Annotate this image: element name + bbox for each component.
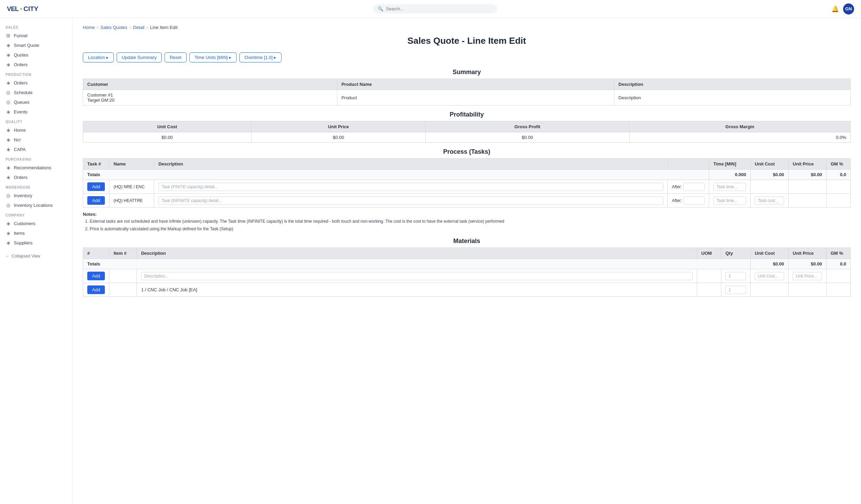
collapsed-view-button[interactable]: ← Collapsed View	[0, 250, 72, 262]
mat-row1-add-button[interactable]: Add	[87, 272, 105, 280]
sidebar-item-items[interactable]: ◈Items	[0, 228, 72, 238]
profit-col-unit-price: Unit Price	[251, 121, 426, 132]
sidebar-icon: ◎	[6, 202, 11, 208]
mat-col-gm: GM %	[827, 248, 851, 259]
mat-row1-gm	[827, 269, 851, 283]
task-row1-time-input[interactable]	[713, 183, 746, 191]
sidebar-section-production: PRODUCTION	[0, 69, 72, 78]
mat-row1-desc	[137, 269, 697, 283]
mat-col-qty: Qty	[721, 248, 751, 259]
task-row2-desc-input[interactable]	[158, 196, 663, 205]
mat-row1-cost-input[interactable]	[755, 272, 784, 280]
sidebar-item-label: Events	[14, 109, 28, 114]
sidebar-item-queues[interactable]: ◎Queues	[0, 97, 72, 107]
sidebar-item-funnel[interactable]: ⊞Funnel	[0, 31, 72, 40]
task-row1-after-input[interactable]	[683, 183, 705, 191]
sidebar-section-company: COMPANY	[0, 210, 72, 219]
sidebar-item-label: Funnel	[14, 33, 28, 38]
breadcrumb-sep-1: ›	[97, 25, 98, 30]
breadcrumb-detail[interactable]: Detail	[133, 25, 144, 30]
summary-col-desc: Description	[614, 79, 850, 90]
sidebar-item-orders[interactable]: ◈Orders	[0, 78, 72, 88]
task-row1-add-button[interactable]: Add	[87, 182, 105, 191]
mat-col-unit-cost: Unit Cost	[751, 248, 789, 259]
sidebar-icon: ◈	[6, 230, 11, 236]
action-btn-overtime[interactable]: Overtime [1.0] ▸	[239, 52, 281, 62]
sidebar-icon: ◈	[6, 174, 11, 180]
task-row1-desc-input[interactable]	[158, 183, 663, 191]
mat-totals-label: Totals	[83, 259, 751, 269]
mat-row2-add: Add	[83, 283, 109, 297]
sidebar-icon: ◈	[6, 147, 11, 152]
task-row2-time-input[interactable]	[713, 196, 746, 205]
process-tasks-table: Task # Name Description Time [MIN] Unit …	[83, 158, 851, 208]
action-btn-reset[interactable]: Reset	[165, 52, 187, 62]
task-row2-after: After:	[668, 194, 709, 208]
sidebar-item-inventory-locations[interactable]: ◎Inventory Locations	[0, 200, 72, 210]
task-row1-after-label: After:	[672, 184, 682, 189]
notification-icon[interactable]: 🔔	[831, 5, 839, 13]
task-col-num: Task #	[83, 159, 109, 170]
sidebar-item-label: Recommendations	[14, 165, 51, 170]
task-row2-add-button[interactable]: Add	[87, 196, 105, 205]
sidebar-item-capa[interactable]: ◈CAPA	[0, 144, 72, 154]
mat-row1-desc-input[interactable]	[141, 272, 693, 280]
action-btn-time_units[interactable]: Time Units [MIN] ▸	[189, 52, 237, 62]
sidebar-item-orders[interactable]: ◈Orders	[0, 172, 72, 182]
sidebar-item-label: Inventory	[14, 193, 32, 198]
sidebar-item-inventory[interactable]: ◎Inventory	[0, 191, 72, 200]
mat-row1-price-input[interactable]	[793, 272, 822, 280]
top-bar: VEL●CITY 🔍 🔔 GN	[0, 0, 861, 18]
mat-row1-qty-input[interactable]	[725, 272, 746, 280]
sidebar-icon: ◈	[6, 127, 11, 133]
sidebar-icon: ◈	[6, 109, 11, 114]
sidebar-section-warehouse: WAREHOUSE	[0, 182, 72, 191]
action-btn-location[interactable]: Location ▸	[83, 52, 114, 62]
task-row2-desc	[154, 194, 668, 208]
sidebar-item-customers[interactable]: ◈Customers	[0, 219, 72, 228]
logo: VEL●CITY	[7, 5, 38, 13]
search-input[interactable]	[386, 6, 492, 11]
profitability-row: $0.00 $0.00 $0.00 0.0%	[83, 132, 851, 143]
mat-row2-uom	[697, 283, 721, 297]
collapsed-view-label: Collapsed View	[12, 254, 40, 259]
sidebar-item-label: Smart Quote	[14, 43, 39, 48]
task-col-time: Time [MIN]	[709, 159, 751, 170]
sidebar-item-recommendations[interactable]: ◈Recommendations	[0, 163, 72, 172]
sidebar-item-schedule[interactable]: ◎Schedule	[0, 88, 72, 97]
action-btn-update_summary[interactable]: Update Summary	[117, 52, 162, 62]
profit-gross-margin-val: 0.0%	[629, 132, 850, 143]
sidebar-item-label: Ncr	[14, 137, 21, 142]
sidebar-item-suppliers[interactable]: ◈Suppliers	[0, 238, 72, 248]
sidebar-item-label: Orders	[14, 80, 28, 85]
sidebar-item-events[interactable]: ◈Events	[0, 107, 72, 117]
mat-row2-desc-value: 1 / CNC Job / CNC Job [EA]	[141, 287, 197, 292]
sidebar-section-sales: SALES	[0, 22, 72, 31]
search-bar[interactable]: 🔍	[373, 4, 497, 13]
sidebar-item-smart-quote[interactable]: ◈Smart Quote	[0, 40, 72, 50]
sidebar-item-orders[interactable]: ◈Orders	[0, 60, 72, 69]
task-row2-cost-input[interactable]	[755, 196, 784, 205]
breadcrumb-sales-quotes[interactable]: Sales Quotes	[100, 25, 127, 30]
sidebar-item-label: Suppliers	[14, 240, 32, 245]
task-row1-cost	[751, 180, 789, 194]
sidebar-item-ncr[interactable]: ◈Ncr	[0, 135, 72, 144]
sidebar-item-quotes[interactable]: ◈Quotes	[0, 50, 72, 60]
summary-product: Product	[337, 90, 614, 105]
task-row1-time	[709, 180, 751, 194]
mat-col-unit-price: Unit Price	[789, 248, 827, 259]
profit-unit-cost-val: $0.00	[83, 132, 251, 143]
mat-row2-qty-input[interactable]	[725, 286, 746, 294]
sidebar-item-home[interactable]: ◈Home	[0, 125, 72, 135]
task-totals-row: Totals 0.000 $0.00 $0.00 0.0	[83, 170, 851, 180]
task-row2-after-input[interactable]	[683, 196, 705, 205]
mat-totals-row: Totals $0.00 $0.00 0.0	[83, 259, 851, 269]
summary-customer: Customer #1 Target GM:20	[83, 90, 337, 105]
breadcrumb-home[interactable]: Home	[83, 25, 95, 30]
sidebar-section-quality: QUALITY	[0, 117, 72, 125]
mat-row-1: Add	[83, 269, 851, 283]
avatar[interactable]: GN	[843, 3, 854, 14]
mat-row2-desc: 1 / CNC Job / CNC Job [EA]	[137, 283, 697, 297]
profitability-heading: Profitability	[83, 111, 851, 118]
mat-row2-add-button[interactable]: Add	[87, 285, 105, 294]
